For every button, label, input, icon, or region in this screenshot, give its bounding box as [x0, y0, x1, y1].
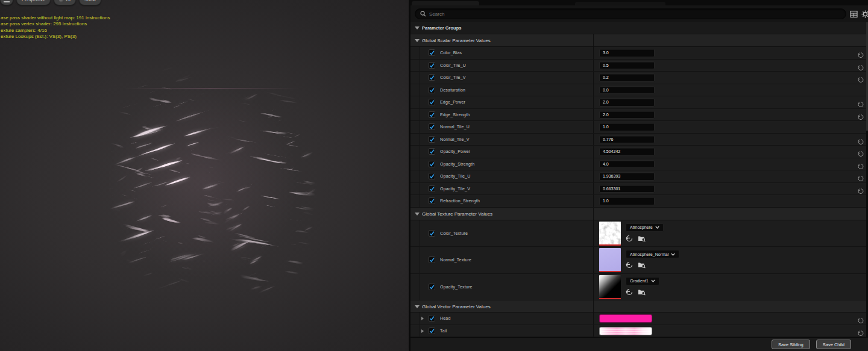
column-splitter[interactable] [593, 208, 594, 220]
collapse-arrow-icon[interactable] [415, 213, 420, 216]
column-splitter[interactable] [593, 47, 594, 59]
column-splitter[interactable] [593, 84, 594, 96]
reset-to-default-icon[interactable] [858, 163, 864, 170]
search-input[interactable] [429, 11, 841, 17]
collapse-arrow-icon[interactable] [415, 39, 420, 42]
column-splitter[interactable] [593, 312, 594, 325]
reset-button[interactable] [858, 99, 864, 106]
param-checkbox[interactable] [429, 99, 435, 105]
settings-gear-icon[interactable] [861, 10, 868, 18]
save-child-button[interactable]: Save Child [816, 340, 851, 349]
column-splitter[interactable] [593, 170, 594, 182]
reset-button[interactable] [858, 328, 864, 335]
param-checkbox[interactable] [429, 315, 435, 321]
panel-tab[interactable] [412, 1, 479, 5]
reset-button[interactable] [858, 137, 864, 143]
reset-to-default-icon[interactable] [858, 330, 864, 337]
column-splitter[interactable] [593, 300, 594, 312]
param-checkbox[interactable] [429, 284, 435, 290]
param-checkbox[interactable] [429, 197, 435, 204]
save-sibling-button[interactable]: Save Sibling [772, 340, 810, 349]
show-button[interactable]: Show [79, 0, 101, 5]
texture-thumbnail[interactable] [599, 222, 621, 246]
reset-button[interactable] [858, 75, 864, 81]
reset-to-default-icon[interactable] [858, 101, 864, 108]
lit-mode-button[interactable]: Lit [54, 0, 76, 5]
param-value-input[interactable] [599, 172, 655, 181]
param-value-input[interactable] [599, 49, 655, 57]
param-checkbox[interactable] [429, 111, 435, 118]
column-splitter[interactable] [593, 274, 594, 300]
column-splitter[interactable] [593, 72, 594, 84]
param-checkbox[interactable] [429, 328, 435, 334]
param-checkbox[interactable] [429, 173, 435, 179]
column-splitter[interactable] [593, 109, 594, 121]
reset-to-default-icon[interactable] [858, 52, 864, 58]
reset-button[interactable] [858, 315, 864, 322]
param-value-input[interactable] [599, 160, 655, 169]
expand-arrow-icon[interactable] [421, 317, 424, 320]
perspective-button[interactable]: Perspective [16, 0, 51, 5]
collapse-arrow-icon[interactable] [415, 26, 420, 30]
use-selected-asset-icon[interactable] [626, 235, 633, 242]
expand-arrow-icon[interactable] [421, 329, 424, 333]
reset-button[interactable] [858, 149, 864, 155]
use-selected-asset-icon[interactable] [626, 261, 633, 269]
param-checkbox[interactable] [429, 87, 435, 93]
reset-button[interactable] [858, 63, 864, 69]
param-checkbox[interactable] [429, 256, 435, 263]
browse-to-asset-icon[interactable] [638, 288, 646, 296]
param-checkbox[interactable] [429, 230, 435, 237]
column-splitter[interactable] [593, 158, 594, 170]
column-splitter[interactable] [593, 183, 594, 195]
param-checkbox[interactable] [429, 74, 435, 81]
texture-thumbnail[interactable] [599, 275, 621, 299]
param-value-input[interactable] [599, 73, 655, 82]
collapse-arrow-icon[interactable] [415, 305, 420, 308]
column-splitter[interactable] [593, 195, 594, 207]
reset-to-default-icon[interactable] [858, 151, 864, 157]
texture-section-header[interactable]: Global Texture Parameter Values [410, 208, 868, 220]
browse-to-asset-icon[interactable] [638, 261, 646, 269]
reset-button[interactable] [858, 161, 864, 168]
param-value-input[interactable] [599, 98, 655, 107]
viewport-menu-button[interactable] [0, 0, 13, 5]
reset-to-default-icon[interactable] [858, 76, 864, 83]
column-splitter[interactable] [593, 34, 594, 46]
param-checkbox[interactable] [429, 62, 435, 69]
param-checkbox[interactable] [429, 185, 435, 192]
column-splitter[interactable] [593, 146, 594, 158]
param-value-input[interactable] [599, 61, 655, 70]
param-value-input[interactable] [599, 135, 655, 144]
reset-to-default-icon[interactable] [858, 64, 864, 71]
material-preview-viewport[interactable]: Perspective Lit Show ase pass shader wit… [0, 0, 409, 351]
browse-to-asset-icon[interactable] [638, 235, 646, 242]
use-selected-asset-icon[interactable] [626, 288, 633, 296]
param-value-input[interactable] [599, 197, 655, 205]
param-checkbox[interactable] [429, 148, 435, 155]
param-value-input[interactable] [599, 148, 655, 156]
column-splitter[interactable] [593, 247, 594, 273]
vector-section-header[interactable]: Global Vector Parameter Values [410, 300, 868, 312]
reset-button[interactable] [858, 186, 864, 193]
column-splitter[interactable] [593, 121, 594, 133]
display-filter-icon[interactable] [850, 10, 858, 18]
color-swatch[interactable] [599, 314, 652, 323]
reset-button[interactable] [858, 173, 864, 180]
parameter-groups-row[interactable]: Parameter Groups [410, 22, 868, 34]
texture-asset-dropdown[interactable]: Atmosphere [626, 223, 664, 232]
reset-to-default-icon[interactable] [858, 188, 864, 194]
reset-to-default-icon[interactable] [858, 138, 864, 145]
param-value-input[interactable] [599, 111, 655, 119]
texture-asset-dropdown[interactable]: Atmosphere_Normal [626, 250, 679, 258]
texture-thumbnail[interactable] [599, 248, 621, 272]
reset-button[interactable] [858, 50, 864, 57]
search-box[interactable] [415, 8, 846, 19]
scalar-section-header[interactable]: Global Scalar Parameter Values [410, 34, 868, 47]
column-splitter[interactable] [593, 96, 594, 108]
param-value-input[interactable] [599, 123, 655, 131]
reset-to-default-icon[interactable] [858, 317, 864, 324]
param-checkbox[interactable] [429, 123, 435, 130]
param-checkbox[interactable] [429, 49, 435, 56]
column-splitter[interactable] [593, 134, 594, 146]
